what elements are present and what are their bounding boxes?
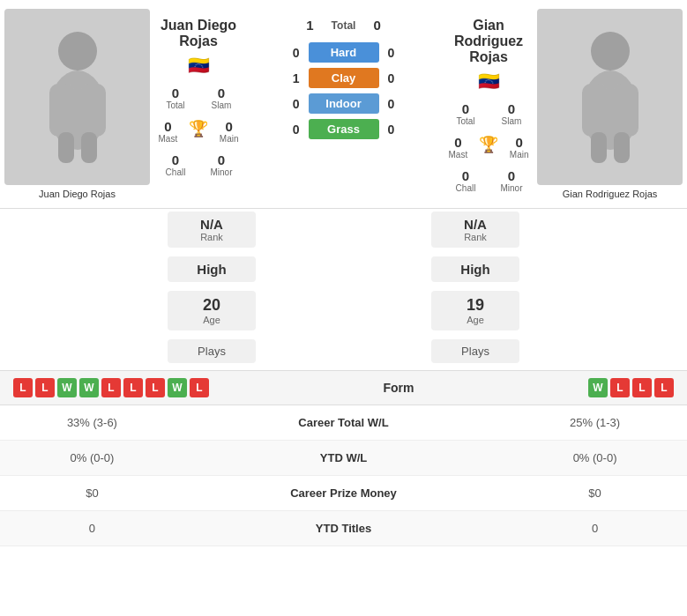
stat-center-3: YTD Titles bbox=[184, 511, 503, 546]
total-left-value: 1 bbox=[306, 18, 313, 33]
right-slam-value: 0 bbox=[493, 101, 530, 116]
left-form-badge-l: L bbox=[13, 378, 33, 397]
left-minor-label: Minor bbox=[203, 167, 240, 177]
right-player-name-below: Gian Rodriguez Rojas bbox=[563, 189, 658, 199]
right-trophy-icon: 🏆 bbox=[478, 135, 500, 154]
clay-right: 0 bbox=[388, 71, 395, 85]
left-minor-value: 0 bbox=[203, 152, 240, 167]
left-total-label: Total bbox=[157, 100, 194, 110]
left-high-block: High bbox=[168, 256, 256, 282]
grass-right: 0 bbox=[388, 122, 395, 137]
right-total-value: 0 bbox=[447, 101, 484, 116]
svg-point-0 bbox=[58, 32, 97, 71]
grass-button[interactable]: Grass bbox=[309, 119, 379, 139]
right-total-slam-row: 0 Total 0 Slam bbox=[444, 99, 533, 129]
left-form-badge-l: L bbox=[123, 378, 143, 397]
right-plays-block: Plays bbox=[431, 339, 519, 363]
left-rank-value: N/A bbox=[176, 217, 247, 232]
stat-left-3: 0 bbox=[0, 511, 184, 546]
svg-rect-10 bbox=[591, 132, 607, 163]
stat-right-3: 0 bbox=[503, 511, 687, 546]
right-minor-cell: 0 Minor bbox=[490, 166, 533, 196]
svg-rect-4 bbox=[58, 132, 74, 163]
grass-row: 0 Grass 0 bbox=[293, 119, 395, 139]
svg-rect-2 bbox=[49, 84, 74, 137]
indoor-right: 0 bbox=[388, 97, 395, 111]
total-row: 1 Total 0 bbox=[306, 18, 380, 33]
right-rank-value: N/A bbox=[440, 217, 511, 232]
right-total-cell: 0 Total bbox=[444, 99, 487, 129]
hard-right: 0 bbox=[388, 46, 395, 60]
left-chall-value: 0 bbox=[157, 152, 194, 167]
stat-right-0: 25% (1-3) bbox=[503, 405, 687, 441]
indoor-row: 0 Indoor 0 bbox=[293, 93, 395, 114]
right-slam-cell: 0 Slam bbox=[490, 99, 533, 129]
left-rank-label: Rank bbox=[176, 232, 247, 242]
left-form-badge-l: L bbox=[146, 378, 165, 397]
stat-left-2: $0 bbox=[0, 476, 184, 511]
left-player-info: Juan Diego Rojas 🇻🇪 0 Total 0 Slam bbox=[150, 18, 247, 180]
stat-right-1: 0% (0-0) bbox=[503, 441, 687, 476]
left-age-value: 20 bbox=[176, 296, 247, 315]
right-plays-label: Plays bbox=[440, 345, 511, 358]
right-mast-cell: 0 Mast bbox=[444, 132, 472, 162]
form-label: Form bbox=[384, 381, 414, 395]
left-stats-grid: 0 Total 0 Slam 0 Mast 🏆 bbox=[154, 83, 243, 180]
left-total-cell: 0 Total bbox=[154, 83, 197, 113]
total-right-value: 0 bbox=[373, 18, 380, 33]
right-form-badge-w: W bbox=[588, 378, 608, 397]
right-stats-grid: 0 Total 0 Slam 0 Mast 🏆 bbox=[444, 99, 533, 196]
right-form-badge-l: L bbox=[632, 378, 652, 397]
left-info-blocks: N/A Rank High 20 Age Plays bbox=[13, 209, 256, 366]
hard-button[interactable]: Hard bbox=[309, 42, 379, 63]
right-age-value: 19 bbox=[440, 296, 511, 315]
left-high-value: High bbox=[176, 262, 247, 277]
indoor-left: 0 bbox=[293, 97, 300, 111]
right-detail-blocks: N/A Rank High 19 Age Plays bbox=[431, 209, 519, 366]
right-chall-minor-row: 0 Chall 0 Minor bbox=[444, 166, 533, 196]
left-slam-cell: 0 Slam bbox=[200, 83, 243, 113]
grass-left: 0 bbox=[293, 122, 300, 137]
svg-rect-11 bbox=[614, 132, 630, 163]
left-detail-blocks: N/A Rank High 20 Age Plays bbox=[168, 209, 256, 366]
total-label: Total bbox=[332, 19, 356, 32]
clay-row: 1 Clay 0 bbox=[293, 68, 395, 88]
extra-info-row: N/A Rank High 20 Age Plays N/A Rank bbox=[0, 209, 687, 370]
left-chall-cell: 0 Chall bbox=[154, 150, 197, 180]
svg-rect-9 bbox=[614, 84, 638, 137]
left-form-badge-l: L bbox=[190, 378, 209, 397]
indoor-button[interactable]: Indoor bbox=[309, 93, 379, 114]
right-main-cell: 0 Main bbox=[505, 132, 533, 162]
stat-left-1: 0% (0-0) bbox=[0, 441, 184, 476]
right-total-label: Total bbox=[447, 116, 484, 126]
right-high-value: High bbox=[440, 262, 511, 277]
right-form-badge-l: L bbox=[610, 378, 630, 397]
main-container: Juan Diego Rojas Juan Diego Rojas 🇻🇪 0 T… bbox=[0, 0, 687, 546]
left-mast-label: Mast bbox=[157, 134, 179, 144]
right-mast-value: 0 bbox=[447, 135, 469, 150]
left-player-section: Juan Diego Rojas bbox=[4, 9, 150, 199]
left-main-label: Main bbox=[218, 134, 240, 144]
right-rank-label: Rank bbox=[440, 232, 511, 242]
right-chall-cell: 0 Chall bbox=[444, 166, 487, 196]
hard-row: 0 Hard 0 bbox=[293, 42, 395, 63]
hard-left: 0 bbox=[293, 46, 300, 60]
left-mast-cell: 0 Mast bbox=[154, 116, 182, 146]
left-slam-value: 0 bbox=[203, 85, 240, 100]
left-form-badge-l: L bbox=[35, 378, 55, 397]
clay-button[interactable]: Clay bbox=[309, 68, 379, 88]
right-chall-value: 0 bbox=[447, 168, 484, 183]
svg-rect-3 bbox=[81, 84, 106, 137]
left-trophy-cell: 🏆 bbox=[185, 116, 213, 146]
left-main-value: 0 bbox=[218, 119, 240, 134]
right-chall-label: Chall bbox=[447, 183, 484, 193]
left-chall-minor-row: 0 Chall 0 Minor bbox=[154, 150, 243, 180]
stats-row-3: 0YTD Titles0 bbox=[0, 511, 687, 546]
left-form-badge-w: W bbox=[57, 378, 77, 397]
stat-center-0: Career Total W/L bbox=[184, 405, 503, 441]
right-age-block: 19 Age bbox=[431, 291, 519, 330]
left-chall-label: Chall bbox=[157, 167, 194, 177]
stat-center-2: Career Prize Money bbox=[184, 476, 503, 511]
left-form-badge-l: L bbox=[101, 378, 121, 397]
left-rank-block: N/A Rank bbox=[168, 212, 256, 248]
